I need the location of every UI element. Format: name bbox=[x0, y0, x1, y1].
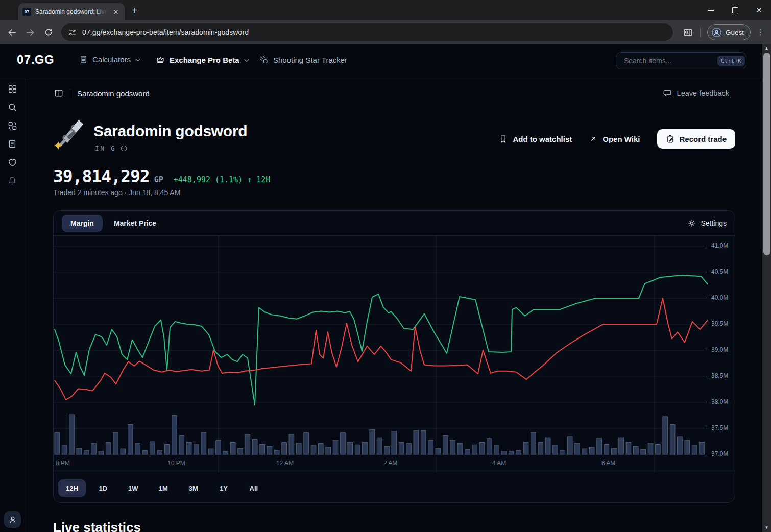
volume-bar bbox=[538, 443, 543, 454]
nav-star-tracker[interactable]: Shooting Star Tracker bbox=[259, 55, 347, 64]
gear-icon bbox=[688, 219, 696, 227]
open-wiki-button[interactable]: Open Wiki bbox=[589, 135, 640, 143]
nav-exchange-pro[interactable]: Exchange Pro Beta bbox=[156, 55, 249, 64]
volume-bar bbox=[69, 415, 75, 454]
chart-settings-button[interactable]: Settings bbox=[688, 219, 727, 227]
reload-icon[interactable] bbox=[40, 23, 57, 41]
item-actions: Add to watchlist Open Wiki Record trade bbox=[499, 129, 735, 149]
y-axis-label: 40.5M bbox=[706, 268, 728, 275]
tab-margin[interactable]: Margin bbox=[62, 215, 103, 232]
volume-bar bbox=[406, 443, 412, 454]
range-1d-button[interactable]: 1D bbox=[90, 479, 116, 497]
volume-bar bbox=[142, 450, 148, 454]
site-logo[interactable]: 07.GG bbox=[17, 53, 54, 67]
volume-bar bbox=[84, 450, 89, 454]
watchlist-heart-icon[interactable] bbox=[3, 157, 21, 167]
volume-bar bbox=[392, 431, 397, 454]
window-maximize-button[interactable] bbox=[723, 0, 747, 20]
volume-bar bbox=[267, 446, 272, 454]
back-icon[interactable] bbox=[3, 23, 20, 41]
profile-button[interactable]: Guest bbox=[707, 24, 751, 40]
item-search[interactable]: Ctrl+K bbox=[616, 52, 746, 69]
add-to-watchlist-button[interactable]: Add to watchlist bbox=[499, 135, 572, 143]
volume-bar bbox=[363, 443, 368, 454]
scroll-up-icon[interactable]: ▲ bbox=[762, 46, 771, 51]
document-icon[interactable] bbox=[3, 139, 21, 149]
dashboard-grid-icon[interactable] bbox=[3, 84, 21, 94]
volume-bar bbox=[282, 443, 287, 454]
volume-bar bbox=[208, 449, 213, 454]
volume-bar bbox=[472, 445, 477, 454]
search-input[interactable] bbox=[623, 56, 717, 65]
last-traded-text: Traded 2 minutes ago · Jun 18, 8:45 AM bbox=[53, 188, 180, 197]
browser-menu-icon[interactable]: ⋮ bbox=[753, 23, 768, 41]
record-trade-button[interactable]: Record trade bbox=[657, 129, 735, 149]
new-tab-button[interactable]: + bbox=[128, 4, 141, 17]
volume-bar bbox=[399, 443, 404, 454]
volume-bar bbox=[436, 448, 441, 454]
volume-bar bbox=[465, 450, 470, 454]
item-tag: IN G bbox=[95, 144, 128, 152]
window-close-button[interactable]: ✕ bbox=[747, 0, 771, 20]
volume-bar bbox=[311, 446, 316, 454]
range-1m-button[interactable]: 1M bbox=[151, 479, 176, 497]
profile-avatar-button[interactable] bbox=[4, 511, 21, 528]
volume-bar bbox=[656, 445, 661, 455]
leave-feedback-button[interactable]: Leave feedback bbox=[663, 89, 729, 98]
volume-bar bbox=[575, 443, 580, 454]
url-text: 07.gg/exchange-pro-beta/item/saradomin-g… bbox=[82, 28, 249, 36]
y-axis-label: 37.0M bbox=[706, 450, 728, 457]
range-3m-button[interactable]: 3M bbox=[181, 479, 206, 497]
page-scrollbar[interactable]: ▲ ▼ bbox=[762, 44, 771, 532]
item-tag-text: IN G bbox=[95, 144, 116, 152]
scroll-down-icon[interactable]: ▼ bbox=[762, 525, 771, 530]
range-all-button[interactable]: All bbox=[241, 479, 267, 497]
scrollbar-thumb[interactable] bbox=[763, 53, 770, 255]
volume-bar bbox=[164, 445, 170, 455]
volume-bar bbox=[135, 443, 140, 454]
side-panel-search-icon[interactable] bbox=[679, 23, 696, 41]
breadcrumb: Saradomin godsword bbox=[54, 89, 150, 98]
price-currency: GP bbox=[154, 175, 163, 184]
volume-bar bbox=[355, 445, 360, 454]
info-icon[interactable] bbox=[120, 144, 128, 152]
left-sidebar bbox=[0, 78, 25, 532]
breadcrumb-divider bbox=[70, 89, 70, 98]
window-minimize-button[interactable] bbox=[699, 0, 723, 20]
notifications-bell-icon[interactable] bbox=[3, 176, 21, 186]
range-1w-button[interactable]: 1W bbox=[121, 479, 146, 497]
range-1y-button[interactable]: 1Y bbox=[211, 479, 236, 497]
browser-tab[interactable]: 07 Saradomin godsword: Live GE P ✕ bbox=[18, 3, 125, 20]
y-axis-label: 41.0M bbox=[706, 242, 728, 249]
nav-calculators[interactable]: Calculators bbox=[79, 55, 140, 64]
tab-market-price[interactable]: Market Price bbox=[114, 219, 156, 227]
volume-bar bbox=[238, 448, 243, 454]
volume-bar bbox=[619, 438, 624, 454]
volume-bar bbox=[341, 432, 346, 454]
calculator-icon bbox=[79, 55, 88, 64]
volume-bar bbox=[648, 443, 653, 454]
y-axis-label: 40.0M bbox=[706, 294, 728, 301]
volume-bar bbox=[77, 448, 82, 454]
y-axis-label: 38.5M bbox=[706, 372, 728, 379]
site-info-icon[interactable] bbox=[68, 28, 77, 37]
live-statistics-heading: Live statistics bbox=[53, 520, 141, 532]
browser-toolbar: 07.gg/exchange-pro-beta/item/saradomin-g… bbox=[0, 20, 771, 44]
tab-close-icon[interactable]: ✕ bbox=[111, 7, 121, 16]
range-12h-button[interactable]: 12H bbox=[58, 479, 86, 497]
volume-bar bbox=[62, 446, 67, 454]
volume-bar bbox=[626, 443, 631, 454]
crown-icon bbox=[156, 55, 165, 64]
price-change-period: 12H bbox=[256, 175, 270, 184]
volume-bar bbox=[223, 451, 228, 454]
search-icon[interactable] bbox=[3, 102, 21, 112]
volume-bar bbox=[457, 443, 463, 454]
x-axis-label: 4 AM bbox=[492, 460, 506, 467]
url-bar[interactable]: 07.gg/exchange-pro-beta/item/saradomin-g… bbox=[61, 23, 673, 41]
sidebar-toggle-icon[interactable] bbox=[54, 89, 63, 98]
current-price: 39,814,292 bbox=[53, 166, 150, 186]
swap-items-icon[interactable] bbox=[3, 120, 21, 131]
volume-bar bbox=[128, 425, 133, 455]
forward-icon[interactable] bbox=[21, 23, 39, 41]
chart-plot-svg[interactable] bbox=[54, 236, 708, 473]
